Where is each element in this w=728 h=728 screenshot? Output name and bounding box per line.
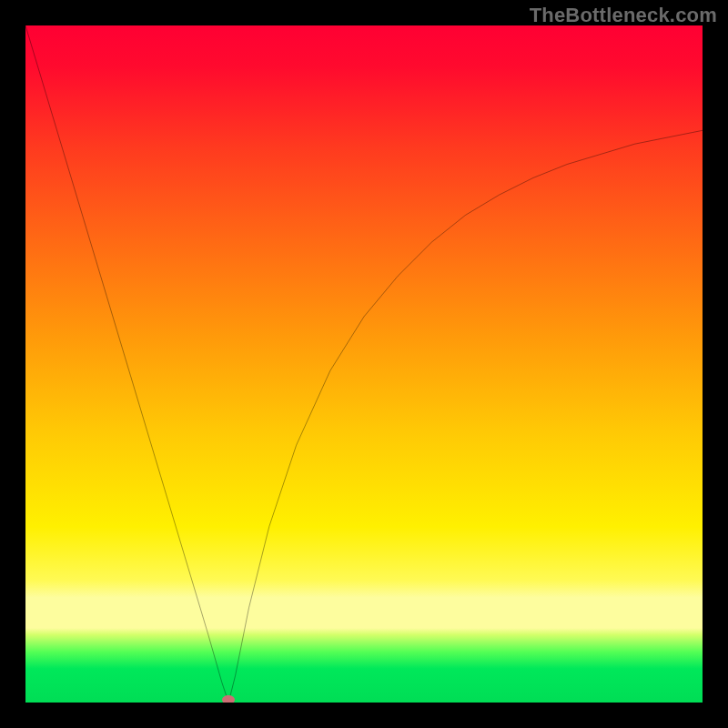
minimum-point-marker (222, 695, 235, 703)
chart-frame: TheBottleneck.com (0, 0, 728, 728)
curve-path (25, 25, 703, 703)
bottleneck-curve (25, 25, 703, 703)
watermark-text: TheBottleneck.com (530, 4, 717, 27)
plot-area (25, 25, 703, 703)
